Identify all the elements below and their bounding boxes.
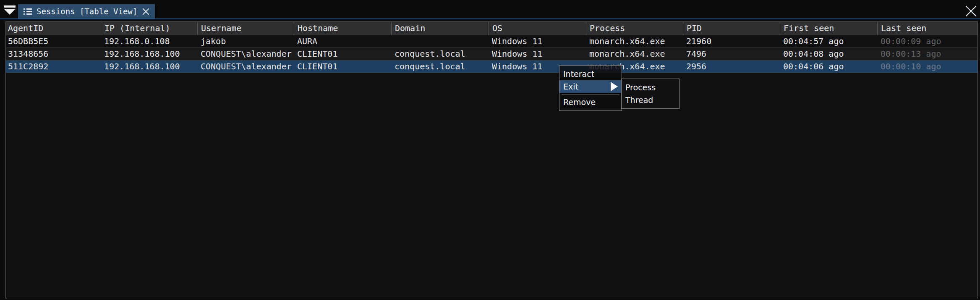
filter-icon[interactable] [4,5,16,15]
column-header-ip-internal[interactable]: IP (Internal) [101,22,197,35]
column-header-last-seen[interactable]: Last seen [877,22,977,35]
cell-username: CONQUEST\alexander [197,61,294,73]
cell-username: jakob [197,35,294,47]
cell-domain: conquest.local [391,48,489,60]
cell-domain: conquest.local [391,61,489,73]
column-header-hostname[interactable]: Hostname [294,22,391,35]
cell-hostname: AURA [294,35,391,47]
cell-domain [391,35,489,47]
column-header-pid[interactable]: PID [683,22,780,35]
table-rows: 56DBB5E5 192.168.0.108 jakob AURA Window… [6,35,977,73]
window-close-button[interactable] [964,5,977,17]
title-bar: Sessions [Table View] [0,0,980,18]
cell-ip: 192.168.0.108 [101,35,197,47]
cell-agentid: 511C2892 [6,61,101,73]
context-menu: Interact Exit Remove [559,65,622,111]
table-list-icon [24,8,32,15]
tab-title: Sessions [Table View] [37,7,137,16]
column-header-username[interactable]: Username [197,22,294,35]
submenu-item-process[interactable]: Process [622,81,679,94]
cell-first-seen: 00:04:57 ago [780,35,877,47]
cell-agentid: 56DBB5E5 [6,35,101,47]
table-row[interactable]: 56DBB5E5 192.168.0.108 jakob AURA Window… [6,35,977,48]
cell-ip: 192.168.168.100 [101,48,197,60]
column-header-process[interactable]: Process [586,22,683,35]
accent-divider [0,18,980,19]
cell-last-seen: 00:00:09 ago [877,35,977,47]
cell-pid: 21960 [683,35,780,47]
sessions-table-panel: AgentID IP (Internal) Username Hostname … [5,21,978,298]
table-row[interactable]: 31348656 192.168.168.100 CONQUEST\alexan… [6,48,977,61]
tab-sessions-table-view[interactable]: Sessions [Table View] [18,4,155,18]
menu-item-label: Exit [563,82,578,91]
cell-first-seen: 00:04:08 ago [780,48,877,60]
column-header-first-seen[interactable]: First seen [780,22,877,35]
table-row[interactable]: 511C2892 192.168.168.100 CONQUEST\alexan… [6,61,977,73]
cell-ip: 192.168.168.100 [101,61,197,73]
cell-os: Windows 11 [489,48,586,60]
table-header-row: AgentID IP (Internal) Username Hostname … [6,22,977,35]
cell-last-seen: 00:00:10 ago [877,61,977,73]
cell-hostname: CLIENT01 [294,48,391,60]
submenu-item-thread[interactable]: Thread [622,94,679,106]
column-header-domain[interactable]: Domain [391,22,489,35]
cell-pid: 7496 [683,48,780,60]
context-submenu: Process Thread [621,79,679,109]
menu-separator [562,94,619,95]
cell-first-seen: 00:04:06 ago [780,61,877,73]
cell-last-seen: 00:00:13 ago [877,48,977,60]
cell-username: CONQUEST\alexander [197,48,294,60]
menu-item-interact[interactable]: Interact [559,68,622,80]
cell-pid: 2956 [683,61,780,73]
cell-process: monarch.x64.exe [586,48,683,60]
cell-process: monarch.x64.exe [586,35,683,47]
menu-item-remove[interactable]: Remove [559,96,622,108]
cell-os: Windows 11 [489,35,586,47]
cell-agentid: 31348656 [6,48,101,60]
menu-item-exit[interactable]: Exit [559,80,622,93]
tab-close-icon[interactable] [142,8,149,15]
column-header-agentid[interactable]: AgentID [6,22,101,35]
cell-hostname: CLIENT01 [294,61,391,73]
column-header-os[interactable]: OS [489,22,586,35]
submenu-arrow-icon [611,82,618,91]
